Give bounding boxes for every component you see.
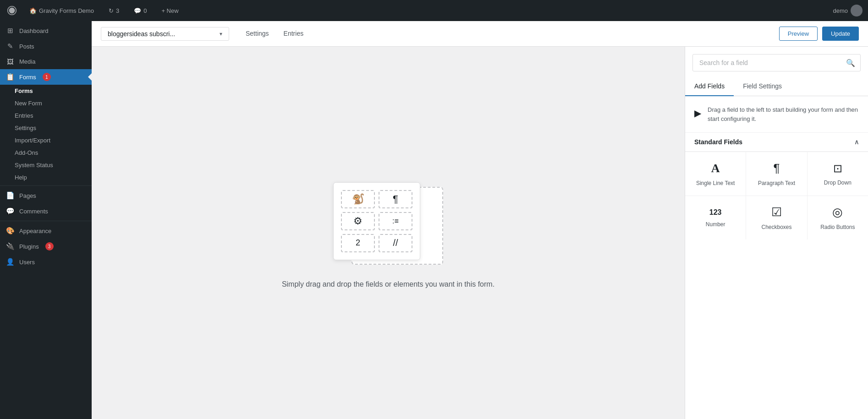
updates-count: 3 — [116, 7, 119, 14]
user-label: demo — [833, 7, 848, 14]
submenu-item-new-form[interactable]: New Form — [0, 97, 92, 109]
form-actions: Preview Update — [779, 27, 859, 41]
nav-link-entries[interactable]: Entries — [276, 21, 311, 46]
fields-section-standard: Standard Fields ∧ A Single Line Text — [685, 133, 868, 239]
drop-zone-illustration: 🐒 ¶ ⚙ :≡ 2 // — [333, 178, 443, 269]
tab-field-settings[interactable]: Field Settings — [734, 77, 791, 96]
sidebar-item-forms[interactable]: 📋 Forms 1 — [0, 69, 92, 85]
posts-icon: ✎ — [5, 42, 15, 50]
sidebar-item-comments[interactable]: 💬 Comments — [0, 203, 92, 219]
submenu-item-import-export[interactable]: Import/Export — [0, 134, 92, 147]
submenu-item-entries[interactable]: Entries — [0, 109, 92, 122]
card-field-6: // — [379, 234, 412, 252]
form-name-dropdown[interactable]: bloggersideas subscri... ▾ — [101, 27, 229, 41]
drop-zone: 🐒 ¶ ⚙ :≡ 2 // Simply drag and drop the f… — [92, 47, 685, 419]
field-card-radio-buttons[interactable]: ◎ Radio Buttons — [808, 196, 868, 239]
sidebar-item-users[interactable]: 👤 Users — [0, 254, 92, 270]
sidebar-item-label: Comments — [19, 208, 48, 215]
drop-down-icon: ⊡ — [833, 162, 842, 175]
update-button[interactable]: Update — [822, 27, 859, 41]
tab-field-settings-label: Field Settings — [743, 82, 782, 90]
field-card-paragraph-text[interactable]: ¶ Paragraph Text — [746, 152, 807, 196]
active-arrow — [88, 73, 92, 81]
paragraph-text-icon: ¶ — [774, 161, 780, 175]
sidebar-item-appearance[interactable]: 🎨 Appearance — [0, 223, 92, 239]
submenu-item-system-status[interactable]: System Status — [0, 159, 92, 171]
plugins-badge: 3 — [45, 242, 54, 250]
number-icon: 123 — [709, 208, 722, 217]
panel-tabs: Add Fields Field Settings — [685, 77, 868, 96]
site-name-label: Gravity Forms Demo — [39, 7, 94, 14]
sidebar-divider-1 — [0, 185, 92, 186]
media-icon: 🖼 — [5, 58, 15, 65]
submenu-item-settings[interactable]: Settings — [0, 122, 92, 134]
card-field-4: :≡ — [379, 212, 412, 230]
radio-buttons-icon: ◎ — [832, 205, 843, 219]
form-builder: 🐒 ¶ ⚙ :≡ 2 // Simply drag and drop the f… — [92, 47, 868, 419]
sidebar: ⊞ Dashboard ✎ Posts 🖼 Media 📋 Forms 1 Fo… — [0, 21, 92, 419]
forms-icon: 📋 — [5, 73, 15, 81]
submenu-item-addons[interactable]: Add-Ons — [0, 147, 92, 159]
drop-down-label: Drop Down — [824, 180, 852, 186]
sidebar-item-plugins[interactable]: 🔌 Plugins 3 — [0, 239, 92, 254]
checkboxes-label: Checkboxes — [761, 224, 791, 230]
updates-bar-item[interactable]: ↻ 3 — [105, 5, 123, 16]
forms-badge: 1 — [43, 73, 51, 81]
checkboxes-icon: ☑ — [771, 205, 782, 219]
form-topbar: bloggersideas subscri... ▾ Settings Entr… — [92, 21, 868, 47]
field-card-checkboxes[interactable]: ☑ Checkboxes — [746, 196, 807, 239]
cursor-icon: ▶ — [694, 106, 701, 120]
single-line-text-label: Single Line Text — [696, 180, 735, 186]
fields-grid: A Single Line Text ¶ Paragraph Text ⊡ — [685, 152, 868, 239]
drop-zone-instruction: Simply drag and drop the fields or eleme… — [282, 280, 494, 288]
field-card-drop-down[interactable]: ⊡ Drop Down — [808, 152, 868, 196]
drag-hint: ▶ Drag a field to the left to start buil… — [685, 96, 868, 133]
sidebar-item-label: Plugins — [19, 243, 39, 250]
home-icon: 🏠 — [29, 7, 37, 14]
search-input[interactable] — [692, 54, 861, 71]
preview-button[interactable]: Preview — [779, 27, 818, 41]
comments-icon: 💬 — [134, 7, 141, 14]
submenu-item-forms[interactable]: Forms — [0, 85, 92, 97]
updates-icon: ↻ — [109, 7, 114, 14]
comments-bar-item[interactable]: 💬 0 — [130, 5, 150, 16]
admin-bar-right: demo — [833, 5, 863, 16]
tab-add-fields[interactable]: Add Fields — [685, 77, 734, 96]
wp-logo[interactable] — [5, 4, 18, 17]
field-card-single-line-text[interactable]: A Single Line Text — [685, 152, 746, 196]
submenu-item-help[interactable]: Help — [0, 171, 92, 184]
card-field-3: ⚙ — [341, 212, 375, 230]
admin-bar: 🏠 Gravity Forms Demo ↻ 3 💬 0 + New demo — [0, 0, 868, 21]
dashboard-icon: ⊞ — [5, 27, 15, 35]
nav-link-settings[interactable]: Settings — [238, 21, 276, 46]
standard-fields-label: Standard Fields — [694, 138, 742, 146]
card-field-5: 2 — [341, 234, 375, 252]
sidebar-divider-2 — [0, 221, 92, 221]
content-area: bloggersideas subscri... ▾ Settings Entr… — [92, 21, 868, 419]
sidebar-item-posts[interactable]: ✎ Posts — [0, 38, 92, 54]
radio-buttons-label: Radio Buttons — [820, 224, 855, 230]
appearance-icon: 🎨 — [5, 227, 15, 235]
plugins-icon: 🔌 — [5, 242, 15, 250]
panel-content: ▶ Drag a field to the left to start buil… — [685, 96, 868, 419]
dropdown-chevron-icon: ▾ — [220, 31, 222, 37]
sidebar-item-media[interactable]: 🖼 Media — [0, 54, 92, 69]
user-menu[interactable]: demo — [833, 5, 863, 16]
paragraph-text-label: Paragraph Text — [758, 180, 795, 186]
new-bar-item[interactable]: + New — [158, 5, 182, 16]
sidebar-item-pages[interactable]: 📄 Pages — [0, 188, 92, 203]
standard-fields-header[interactable]: Standard Fields ∧ — [685, 133, 868, 152]
sidebar-item-label: Dashboard — [19, 27, 49, 34]
card-field-2: ¶ — [379, 190, 412, 208]
sidebar-item-dashboard[interactable]: ⊞ Dashboard — [0, 23, 92, 38]
card-field-1: 🐒 — [341, 190, 375, 208]
field-card-number[interactable]: 123 Number — [685, 196, 746, 239]
new-label: + New — [161, 7, 178, 14]
users-icon: 👤 — [5, 258, 15, 266]
sidebar-item-label: Media — [19, 58, 35, 65]
right-panel: 🔍 Add Fields Field Settings ▶ Drag a fie… — [685, 47, 868, 419]
number-label: Number — [706, 221, 725, 228]
chevron-up-icon: ∧ — [854, 138, 859, 146]
sidebar-item-label: Users — [19, 259, 35, 266]
site-name-bar-item[interactable]: 🏠 Gravity Forms Demo — [26, 5, 98, 16]
